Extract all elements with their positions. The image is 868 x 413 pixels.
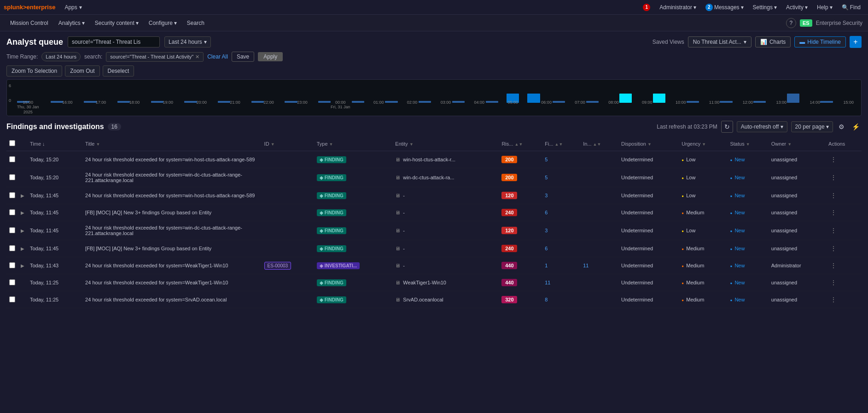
auto-refresh-dropdown[interactable]: Auto-refresh off ▾: [737, 121, 787, 132]
apps-menu-button[interactable]: Apps ▾: [61, 2, 85, 12]
time-range-dropdown[interactable]: Last 24 hours ▾: [164, 36, 211, 47]
th-title[interactable]: Title ▼: [82, 136, 262, 151]
th-id[interactable]: ID ▼: [262, 136, 314, 151]
row-actions-menu-button[interactable]: ⋮: [828, 155, 839, 164]
findings-link[interactable]: 11: [545, 280, 550, 285]
row-actions-menu-button[interactable]: ⋮: [828, 173, 839, 182]
th-time[interactable]: Time ↓: [27, 136, 82, 151]
row-checkbox[interactable]: [6, 240, 18, 257]
zoom-out-button[interactable]: Zoom Out: [65, 65, 99, 77]
alert-button[interactable]: 1: [639, 2, 654, 13]
row-checkbox[interactable]: [6, 151, 18, 168]
row-checkbox[interactable]: [6, 221, 18, 240]
analytics-nav[interactable]: Analytics ▾: [54, 18, 89, 28]
th-entity[interactable]: Entity ▼: [392, 136, 499, 151]
per-page-dropdown[interactable]: 20 per page ▾: [791, 121, 833, 132]
expand-row-button[interactable]: ▶: [21, 228, 24, 233]
settings-button[interactable]: Settings ▾: [749, 2, 781, 12]
findings-link[interactable]: 8: [545, 297, 548, 302]
investigation-id-badge[interactable]: ES-00003: [264, 262, 291, 270]
search-nav[interactable]: Search: [182, 18, 209, 28]
saved-views-dropdown[interactable]: No Threat List Act... ▾: [688, 36, 751, 47]
row-checkbox[interactable]: [6, 257, 18, 274]
expand-row-button[interactable]: ▶: [21, 193, 24, 198]
cell-id: [262, 151, 314, 168]
investigations-link[interactable]: 11: [583, 263, 588, 268]
th-risk[interactable]: Ris... ▲▼: [499, 136, 542, 151]
apply-button[interactable]: Apply: [258, 52, 283, 61]
refresh-button[interactable]: ↻: [721, 121, 733, 133]
clear-all-button[interactable]: Clear All: [207, 53, 228, 60]
row-actions-menu-button[interactable]: ⋮: [828, 226, 839, 235]
add-button[interactable]: +: [850, 36, 862, 48]
findings-link[interactable]: 3: [545, 193, 548, 198]
expand-btn-cell[interactable]: ▶: [18, 240, 27, 257]
findings-link[interactable]: 5: [545, 175, 548, 180]
expand-btn-cell[interactable]: ▶: [18, 204, 27, 221]
expand-btn-cell[interactable]: ▶: [18, 257, 27, 274]
findings-link[interactable]: 6: [545, 210, 548, 215]
row-actions-menu-button[interactable]: ⋮: [828, 295, 839, 304]
findings-link[interactable]: 6: [545, 246, 548, 251]
charts-button[interactable]: 📊 Charts: [755, 36, 791, 47]
findings-link[interactable]: 5: [545, 157, 548, 162]
table-row: ▶ Today, 11:45 [FB] [MOC] [AQ] New 3+ fi…: [6, 240, 862, 257]
row-checkbox[interactable]: [6, 204, 18, 221]
cell-investigations: 11: [580, 257, 618, 274]
findings-link[interactable]: 1: [545, 263, 548, 268]
row-checkbox[interactable]: [6, 274, 18, 291]
expand-btn-cell[interactable]: [18, 291, 27, 308]
find-button[interactable]: 🔍 Find: [838, 2, 864, 12]
expand-row-button[interactable]: ▶: [21, 210, 24, 215]
save-button[interactable]: Save: [232, 52, 254, 62]
th-findings[interactable]: Fi... ▲▼: [542, 136, 580, 151]
expand-btn-cell[interactable]: ▶: [18, 187, 27, 204]
hide-timeline-button[interactable]: ▬ Hide Timeline: [794, 36, 846, 47]
expand-col-header: [18, 136, 27, 151]
column-settings-button[interactable]: ⚙: [837, 121, 846, 132]
th-investigations[interactable]: In... ▲▼: [580, 136, 618, 151]
activity-button[interactable]: Activity ▾: [782, 2, 811, 12]
row-checkbox[interactable]: [6, 168, 18, 187]
zoom-to-selection-button[interactable]: Zoom To Selection: [6, 65, 62, 77]
th-status[interactable]: Status ▼: [727, 136, 768, 151]
th-owner[interactable]: Owner ▼: [769, 136, 826, 151]
chevron-down-icon: ▾: [774, 4, 777, 11]
expand-btn-cell[interactable]: [18, 168, 27, 187]
search-filter-tag[interactable]: source!="Threat - Threat List Activity" …: [106, 52, 204, 62]
remove-filter-icon[interactable]: ✕: [195, 54, 199, 60]
configure-nav[interactable]: Configure ▾: [144, 18, 181, 28]
help-button[interactable]: Help ▾: [813, 2, 836, 12]
expand-btn-cell[interactable]: [18, 151, 27, 168]
expand-btn-cell[interactable]: ▶: [18, 221, 27, 240]
cell-status: ● New: [727, 221, 768, 240]
row-actions-menu-button[interactable]: ⋮: [828, 191, 839, 200]
cell-type: ◆ FINDING: [314, 187, 393, 204]
select-all-checkbox-header[interactable]: [6, 136, 18, 151]
findings-link[interactable]: 3: [545, 228, 548, 233]
analyst-queue-search-input[interactable]: [68, 36, 160, 47]
row-actions-menu-button[interactable]: ⋮: [828, 208, 839, 217]
th-disposition[interactable]: Disposition ▼: [618, 136, 679, 151]
security-content-nav[interactable]: Security content ▾: [90, 18, 143, 28]
th-type[interactable]: Type ▼: [314, 136, 393, 151]
row-actions-menu-button[interactable]: ⋮: [828, 261, 839, 270]
cell-urgency: ● Low: [679, 187, 727, 204]
expand-row-button[interactable]: ▶: [21, 246, 24, 251]
deselect-button[interactable]: Deselect: [103, 65, 134, 77]
row-checkbox[interactable]: [6, 291, 18, 308]
cell-status: ● New: [727, 274, 768, 291]
row-actions-menu-button[interactable]: ⋮: [828, 244, 839, 253]
messages-button[interactable]: 2 Messages ▾: [702, 2, 747, 13]
cell-id: ES-00003: [262, 257, 314, 274]
mission-control-nav[interactable]: Mission Control: [6, 18, 53, 28]
admin-menu-button[interactable]: Administrator ▾: [656, 2, 700, 12]
row-actions-menu-button[interactable]: ⋮: [828, 278, 839, 287]
th-urgency[interactable]: Urgency ▼: [679, 136, 727, 151]
expand-btn-cell[interactable]: [18, 274, 27, 291]
help-circle-icon[interactable]: ?: [786, 18, 796, 28]
table-row: Today, 11:25 24 hour risk threshold exce…: [6, 274, 862, 291]
row-checkbox[interactable]: [6, 187, 18, 204]
expand-row-button[interactable]: ▶: [21, 263, 24, 268]
filter-settings-button[interactable]: ⚡: [850, 121, 862, 132]
